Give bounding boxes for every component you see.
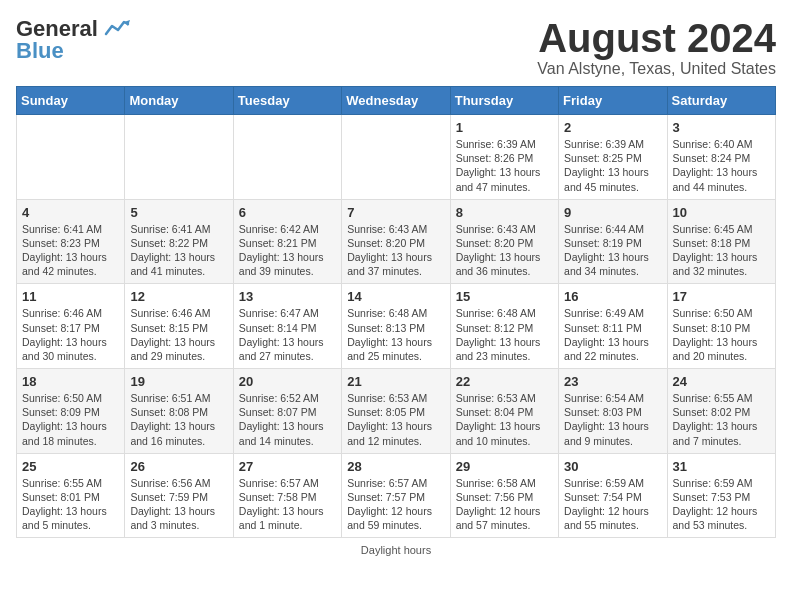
calendar-cell-3-7: 17Sunrise: 6:50 AM Sunset: 8:10 PM Dayli… [667, 284, 775, 369]
calendar-cell-3-1: 11Sunrise: 6:46 AM Sunset: 8:17 PM Dayli… [17, 284, 125, 369]
calendar-cell-4-1: 18Sunrise: 6:50 AM Sunset: 8:09 PM Dayli… [17, 369, 125, 454]
day-detail: Sunrise: 6:51 AM Sunset: 8:08 PM Dayligh… [130, 391, 227, 448]
calendar-week-5: 25Sunrise: 6:55 AM Sunset: 8:01 PM Dayli… [17, 453, 776, 538]
day-detail: Sunrise: 6:39 AM Sunset: 8:25 PM Dayligh… [564, 137, 661, 194]
calendar-cell-1-4 [342, 115, 450, 200]
day-number: 29 [456, 459, 553, 474]
calendar-cell-3-4: 14Sunrise: 6:48 AM Sunset: 8:13 PM Dayli… [342, 284, 450, 369]
day-number: 1 [456, 120, 553, 135]
day-detail: Sunrise: 6:50 AM Sunset: 8:09 PM Dayligh… [22, 391, 119, 448]
weekday-header-wednesday: Wednesday [342, 87, 450, 115]
calendar-table: SundayMondayTuesdayWednesdayThursdayFrid… [16, 86, 776, 538]
day-detail: Sunrise: 6:40 AM Sunset: 8:24 PM Dayligh… [673, 137, 770, 194]
calendar-cell-4-6: 23Sunrise: 6:54 AM Sunset: 8:03 PM Dayli… [559, 369, 667, 454]
day-number: 9 [564, 205, 661, 220]
weekday-header-sunday: Sunday [17, 87, 125, 115]
day-detail: Sunrise: 6:50 AM Sunset: 8:10 PM Dayligh… [673, 306, 770, 363]
calendar-cell-3-6: 16Sunrise: 6:49 AM Sunset: 8:11 PM Dayli… [559, 284, 667, 369]
day-detail: Sunrise: 6:57 AM Sunset: 7:57 PM Dayligh… [347, 476, 444, 533]
calendar-cell-5-4: 28Sunrise: 6:57 AM Sunset: 7:57 PM Dayli… [342, 453, 450, 538]
day-detail: Sunrise: 6:53 AM Sunset: 8:05 PM Dayligh… [347, 391, 444, 448]
day-number: 18 [22, 374, 119, 389]
calendar-cell-5-2: 26Sunrise: 6:56 AM Sunset: 7:59 PM Dayli… [125, 453, 233, 538]
logo-bird-icon [102, 18, 130, 40]
calendar-cell-3-2: 12Sunrise: 6:46 AM Sunset: 8:15 PM Dayli… [125, 284, 233, 369]
logo: General Blue [16, 16, 130, 64]
calendar-cell-3-3: 13Sunrise: 6:47 AM Sunset: 8:14 PM Dayli… [233, 284, 341, 369]
day-detail: Sunrise: 6:46 AM Sunset: 8:15 PM Dayligh… [130, 306, 227, 363]
calendar-week-1: 1Sunrise: 6:39 AM Sunset: 8:26 PM Daylig… [17, 115, 776, 200]
day-detail: Sunrise: 6:56 AM Sunset: 7:59 PM Dayligh… [130, 476, 227, 533]
day-detail: Sunrise: 6:43 AM Sunset: 8:20 PM Dayligh… [456, 222, 553, 279]
page-header: General Blue August 2024 Van Alstyne, Te… [16, 16, 776, 78]
day-number: 14 [347, 289, 444, 304]
day-detail: Sunrise: 6:43 AM Sunset: 8:20 PM Dayligh… [347, 222, 444, 279]
calendar-cell-2-5: 8Sunrise: 6:43 AM Sunset: 8:20 PM Daylig… [450, 199, 558, 284]
day-number: 3 [673, 120, 770, 135]
weekday-header-monday: Monday [125, 87, 233, 115]
calendar-cell-4-3: 20Sunrise: 6:52 AM Sunset: 8:07 PM Dayli… [233, 369, 341, 454]
day-number: 26 [130, 459, 227, 474]
day-number: 20 [239, 374, 336, 389]
calendar-cell-1-6: 2Sunrise: 6:39 AM Sunset: 8:25 PM Daylig… [559, 115, 667, 200]
day-detail: Sunrise: 6:45 AM Sunset: 8:18 PM Dayligh… [673, 222, 770, 279]
calendar-cell-1-2 [125, 115, 233, 200]
calendar-cell-4-5: 22Sunrise: 6:53 AM Sunset: 8:04 PM Dayli… [450, 369, 558, 454]
day-number: 22 [456, 374, 553, 389]
day-detail: Sunrise: 6:53 AM Sunset: 8:04 PM Dayligh… [456, 391, 553, 448]
title-block: August 2024 Van Alstyne, Texas, United S… [537, 16, 776, 78]
calendar-cell-5-3: 27Sunrise: 6:57 AM Sunset: 7:58 PM Dayli… [233, 453, 341, 538]
day-detail: Sunrise: 6:48 AM Sunset: 8:13 PM Dayligh… [347, 306, 444, 363]
day-detail: Sunrise: 6:41 AM Sunset: 8:23 PM Dayligh… [22, 222, 119, 279]
calendar-cell-2-1: 4Sunrise: 6:41 AM Sunset: 8:23 PM Daylig… [17, 199, 125, 284]
calendar-cell-2-7: 10Sunrise: 6:45 AM Sunset: 8:18 PM Dayli… [667, 199, 775, 284]
day-detail: Sunrise: 6:54 AM Sunset: 8:03 PM Dayligh… [564, 391, 661, 448]
day-number: 12 [130, 289, 227, 304]
day-number: 30 [564, 459, 661, 474]
calendar-cell-5-5: 29Sunrise: 6:58 AM Sunset: 7:56 PM Dayli… [450, 453, 558, 538]
calendar-cell-2-6: 9Sunrise: 6:44 AM Sunset: 8:19 PM Daylig… [559, 199, 667, 284]
calendar-cell-5-7: 31Sunrise: 6:59 AM Sunset: 7:53 PM Dayli… [667, 453, 775, 538]
weekday-header-thursday: Thursday [450, 87, 558, 115]
day-detail: Sunrise: 6:39 AM Sunset: 8:26 PM Dayligh… [456, 137, 553, 194]
footer-text: Daylight hours [361, 544, 431, 556]
calendar-cell-3-5: 15Sunrise: 6:48 AM Sunset: 8:12 PM Dayli… [450, 284, 558, 369]
day-number: 15 [456, 289, 553, 304]
day-number: 25 [22, 459, 119, 474]
day-number: 19 [130, 374, 227, 389]
day-detail: Sunrise: 6:57 AM Sunset: 7:58 PM Dayligh… [239, 476, 336, 533]
day-detail: Sunrise: 6:44 AM Sunset: 8:19 PM Dayligh… [564, 222, 661, 279]
day-number: 10 [673, 205, 770, 220]
calendar-cell-1-3 [233, 115, 341, 200]
day-number: 5 [130, 205, 227, 220]
month-title: August 2024 [537, 16, 776, 60]
calendar-week-4: 18Sunrise: 6:50 AM Sunset: 8:09 PM Dayli… [17, 369, 776, 454]
calendar-cell-5-1: 25Sunrise: 6:55 AM Sunset: 8:01 PM Dayli… [17, 453, 125, 538]
day-detail: Sunrise: 6:41 AM Sunset: 8:22 PM Dayligh… [130, 222, 227, 279]
calendar-week-2: 4Sunrise: 6:41 AM Sunset: 8:23 PM Daylig… [17, 199, 776, 284]
calendar-cell-4-7: 24Sunrise: 6:55 AM Sunset: 8:02 PM Dayli… [667, 369, 775, 454]
day-number: 6 [239, 205, 336, 220]
weekday-header-saturday: Saturday [667, 87, 775, 115]
day-number: 16 [564, 289, 661, 304]
logo-blue: Blue [16, 38, 64, 64]
calendar-week-3: 11Sunrise: 6:46 AM Sunset: 8:17 PM Dayli… [17, 284, 776, 369]
calendar-cell-2-2: 5Sunrise: 6:41 AM Sunset: 8:22 PM Daylig… [125, 199, 233, 284]
calendar-cell-4-4: 21Sunrise: 6:53 AM Sunset: 8:05 PM Dayli… [342, 369, 450, 454]
day-number: 27 [239, 459, 336, 474]
day-number: 7 [347, 205, 444, 220]
calendar-cell-4-2: 19Sunrise: 6:51 AM Sunset: 8:08 PM Dayli… [125, 369, 233, 454]
day-number: 8 [456, 205, 553, 220]
day-detail: Sunrise: 6:59 AM Sunset: 7:53 PM Dayligh… [673, 476, 770, 533]
weekday-header-friday: Friday [559, 87, 667, 115]
calendar-cell-1-5: 1Sunrise: 6:39 AM Sunset: 8:26 PM Daylig… [450, 115, 558, 200]
calendar-cell-5-6: 30Sunrise: 6:59 AM Sunset: 7:54 PM Dayli… [559, 453, 667, 538]
day-number: 31 [673, 459, 770, 474]
location: Van Alstyne, Texas, United States [537, 60, 776, 78]
day-detail: Sunrise: 6:52 AM Sunset: 8:07 PM Dayligh… [239, 391, 336, 448]
day-number: 2 [564, 120, 661, 135]
day-detail: Sunrise: 6:59 AM Sunset: 7:54 PM Dayligh… [564, 476, 661, 533]
day-detail: Sunrise: 6:58 AM Sunset: 7:56 PM Dayligh… [456, 476, 553, 533]
calendar-cell-2-4: 7Sunrise: 6:43 AM Sunset: 8:20 PM Daylig… [342, 199, 450, 284]
day-detail: Sunrise: 6:48 AM Sunset: 8:12 PM Dayligh… [456, 306, 553, 363]
